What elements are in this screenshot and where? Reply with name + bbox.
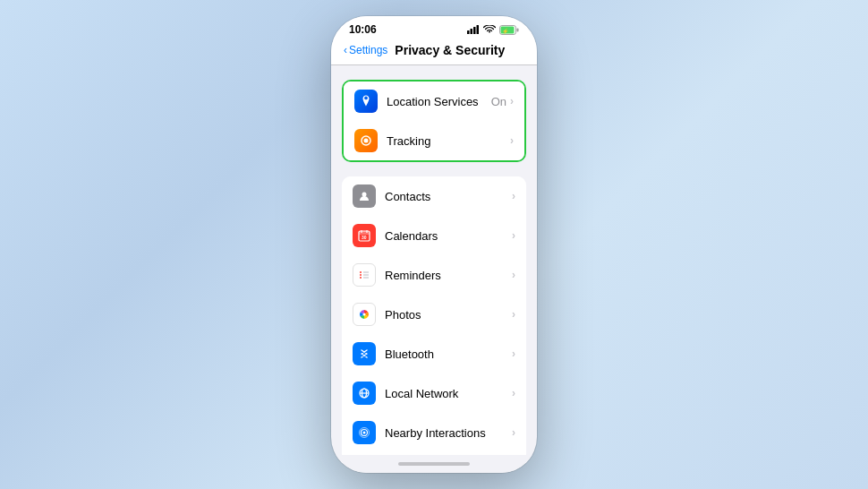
back-label: Settings (349, 44, 387, 56)
local-network-label: Local Network (385, 387, 512, 400)
bluetooth-row[interactable]: Bluetooth › (342, 334, 526, 373)
main-group: Contacts › 30 Calendars (342, 176, 526, 455)
photos-icon (353, 303, 376, 326)
svg-rect-2 (473, 27, 476, 34)
phone-frame: 10:06 ⚡ (331, 16, 537, 473)
main-section: Contacts › 30 Calendars (331, 176, 537, 455)
home-bar (398, 462, 470, 466)
location-services-row[interactable]: Location Services On › (344, 82, 524, 121)
battery-icon: ⚡ (499, 25, 519, 35)
nearby-interactions-row[interactable]: Nearby Interactions › (342, 413, 526, 452)
svg-point-26 (363, 432, 366, 434)
tracking-icon (354, 129, 378, 152)
contacts-chevron: › (512, 190, 515, 202)
location-icon (354, 90, 378, 113)
wifi-icon (483, 25, 496, 34)
location-services-value: On (491, 95, 506, 108)
nearby-interactions-chevron: › (512, 426, 515, 439)
nearby-interactions-icon (353, 421, 376, 444)
nav-title: Privacy & Security (395, 43, 505, 57)
calendars-row[interactable]: 30 Calendars › (342, 216, 526, 255)
svg-point-8 (364, 139, 369, 143)
tracking-chevron: › (510, 134, 514, 147)
local-network-chevron: › (512, 387, 515, 399)
reminders-row[interactable]: Reminders › (342, 255, 526, 295)
bluetooth-label: Bluetooth (385, 347, 512, 361)
photos-chevron: › (512, 308, 515, 321)
svg-text:⚡: ⚡ (502, 28, 509, 35)
reminders-label: Reminders (385, 269, 512, 282)
home-indicator (331, 455, 537, 473)
location-services-chevron: › (510, 95, 514, 107)
calendars-chevron: › (512, 229, 515, 242)
svg-text:30: 30 (362, 235, 367, 240)
bluetooth-icon (353, 342, 376, 365)
svg-point-10 (362, 193, 367, 197)
calendars-icon: 30 (353, 224, 376, 247)
svg-point-16 (360, 271, 362, 273)
photos-row[interactable]: Photos › (342, 295, 526, 334)
svg-point-22 (363, 313, 366, 316)
location-services-label: Location Services (387, 95, 491, 108)
svg-rect-0 (467, 30, 470, 34)
svg-point-18 (360, 277, 362, 279)
svg-rect-1 (471, 29, 473, 34)
location-tracking-group: Location Services On › Tracking › (342, 80, 526, 162)
contacts-icon (353, 184, 376, 208)
svg-point-17 (360, 274, 362, 276)
status-icons: ⚡ (467, 25, 519, 35)
photos-label: Photos (385, 308, 512, 322)
svg-rect-3 (477, 25, 480, 34)
contacts-label: Contacts (385, 190, 512, 203)
svg-rect-5 (517, 28, 519, 31)
tracking-row[interactable]: Tracking › (344, 121, 524, 160)
bluetooth-chevron: › (512, 347, 515, 360)
status-bar: 10:06 ⚡ (331, 16, 537, 39)
top-section: Location Services On › Tracking › (331, 80, 537, 162)
local-network-icon (353, 382, 376, 405)
back-chevron-icon: ‹ (344, 44, 347, 56)
scroll-content[interactable]: Location Services On › Tracking › (331, 65, 537, 455)
tracking-label: Tracking (387, 134, 510, 148)
nav-bar: ‹ Settings Privacy & Security (331, 39, 537, 65)
contacts-row[interactable]: Contacts › (342, 176, 526, 216)
reminders-chevron: › (512, 269, 515, 281)
local-network-row[interactable]: Local Network › (342, 373, 526, 413)
status-time: 10:06 (349, 23, 377, 36)
reminders-icon (353, 263, 376, 287)
signal-icon (467, 25, 480, 34)
microphone-row[interactable]: Microphone › (342, 452, 526, 455)
nearby-interactions-label: Nearby Interactions (385, 426, 512, 440)
nav-back-button[interactable]: ‹ Settings (344, 44, 387, 56)
calendars-label: Calendars (385, 229, 512, 243)
